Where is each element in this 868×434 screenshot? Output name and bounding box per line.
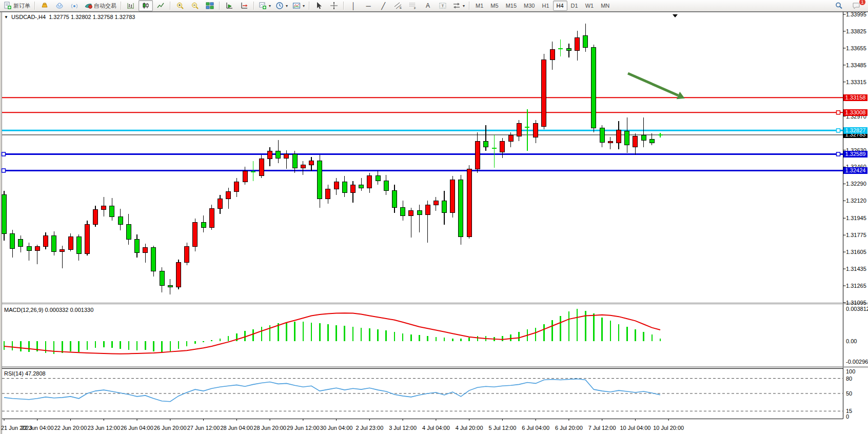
tile-windows-button[interactable] [203, 0, 217, 11]
text-icon: A [426, 3, 430, 9]
mt4-application: 新订单 自动交易 [0, 0, 868, 434]
timeframe-button-h1[interactable]: H1 [538, 1, 553, 11]
toolbar-separator [253, 2, 254, 10]
timeframe-button-d1[interactable]: D1 [567, 1, 582, 11]
text-label-icon: T [439, 2, 447, 10]
chevron-down-icon: ▾ [303, 4, 305, 8]
macd-histogram [4, 309, 660, 353]
equidistant-channel-button[interactable]: E [391, 0, 405, 11]
autotrading-icon [84, 2, 92, 10]
chat-button[interactable]: 1 [849, 0, 863, 11]
community-icon [55, 2, 64, 10]
svg-text:E: E [400, 6, 402, 9]
chart-canvas[interactable] [0, 12, 868, 434]
candlestick-chart-button[interactable] [139, 0, 153, 11]
bar-chart-icon [127, 2, 135, 10]
new-order-icon [4, 2, 12, 10]
notification-badge: 1 [859, 0, 866, 6]
search-button[interactable] [832, 0, 846, 11]
equidistant-channel-icon: E [394, 2, 402, 10]
new-order-button[interactable]: 新订单 [2, 0, 32, 11]
chevron-down-icon: ▾ [269, 4, 271, 8]
new-chart-icon [259, 2, 267, 10]
crosshair-button[interactable] [327, 0, 341, 11]
macd-signal-line [4, 313, 660, 354]
new-order-label: 新订单 [13, 2, 30, 10]
trend-arrow-annotation [628, 73, 685, 99]
toolbar-separator [219, 2, 220, 10]
toolbar-separator [121, 2, 122, 10]
chart-shift-icon [240, 2, 248, 10]
candles [2, 24, 663, 294]
arrows-button[interactable]: ▾ [450, 0, 467, 11]
community-button[interactable] [52, 0, 67, 11]
toolbar-right: 1 [832, 0, 866, 11]
cursor-icon [315, 2, 323, 10]
svg-text:F: F [414, 7, 416, 10]
rsi-line [4, 379, 660, 402]
timeframe-button-m5[interactable]: M5 [487, 1, 502, 11]
zoom-in-icon [176, 2, 184, 10]
candlestick-chart-icon [142, 2, 150, 10]
signals-icon [70, 2, 78, 10]
period-clock-icon [275, 2, 284, 10]
bar-chart-button[interactable] [124, 0, 138, 11]
auto-scroll-button[interactable] [222, 0, 236, 11]
zoom-out-button[interactable] [188, 0, 202, 11]
chevron-down-icon: ▾ [463, 4, 465, 8]
zoom-in-button[interactable] [173, 0, 187, 11]
autotrading-button[interactable]: 自动交易 [82, 0, 119, 11]
period-button[interactable]: ▾ [273, 0, 290, 11]
main-toolbar: 新订单 自动交易 [0, 0, 868, 12]
cursor-button[interactable] [312, 0, 326, 11]
timeframe-button-m30[interactable]: M30 [520, 1, 538, 11]
toolbar-separator [309, 2, 310, 10]
text-label-button[interactable]: T [436, 0, 450, 11]
deposit-icon [41, 2, 49, 10]
timeframe-button-mn[interactable]: MN [597, 1, 613, 11]
timeframe-button-m15[interactable]: M15 [502, 1, 520, 11]
timeframe-button-w1[interactable]: W1 [582, 1, 598, 11]
fibonacci-button[interactable]: F [406, 0, 420, 11]
line-chart-button[interactable] [153, 0, 168, 11]
signals-button[interactable] [67, 0, 82, 11]
timeframe-button-m1[interactable]: M1 [472, 1, 487, 11]
auto-scroll-icon [225, 2, 233, 10]
toolbar-separator [170, 2, 171, 10]
tile-windows-icon [206, 2, 214, 10]
chevron-down-icon: ▾ [286, 4, 288, 8]
template-icon [292, 2, 301, 10]
svg-text:T: T [442, 4, 444, 8]
template-button[interactable]: ▾ [290, 0, 307, 11]
chart-shift-button[interactable] [237, 0, 251, 11]
arrows-icon [452, 2, 461, 10]
trendline-button[interactable]: ╱ [376, 0, 390, 11]
trendline-icon: ╱ [381, 3, 385, 9]
new-chart-button[interactable]: ▾ [257, 0, 273, 11]
chart-shift-marker [673, 14, 678, 17]
autotrading-label: 自动交易 [94, 2, 116, 10]
vertical-line-button[interactable]: │ [346, 0, 361, 11]
zoom-out-icon [191, 2, 199, 10]
timeframe-group: M1M5M15M30H1H4D1W1MN [472, 1, 613, 11]
toolbar-separator [34, 2, 35, 10]
text-button[interactable]: A [421, 0, 435, 11]
vertical-line-icon: │ [351, 3, 356, 9]
toolbar-separator [343, 2, 344, 10]
line-chart-icon [156, 2, 165, 10]
timeframe-button-h4[interactable]: H4 [553, 1, 567, 11]
deposit-button[interactable] [37, 0, 52, 11]
toolbar-separator [469, 2, 470, 10]
crosshair-icon [330, 2, 338, 10]
search-icon [835, 2, 843, 10]
fibonacci-icon: F [409, 2, 417, 10]
horizontal-line-button[interactable]: ─ [361, 0, 376, 11]
chart-window[interactable]: ▼ USDCAD-,H4 1.32775 1.32802 1.32758 1.3… [0, 12, 868, 434]
horizontal-line-icon: ─ [366, 3, 370, 9]
